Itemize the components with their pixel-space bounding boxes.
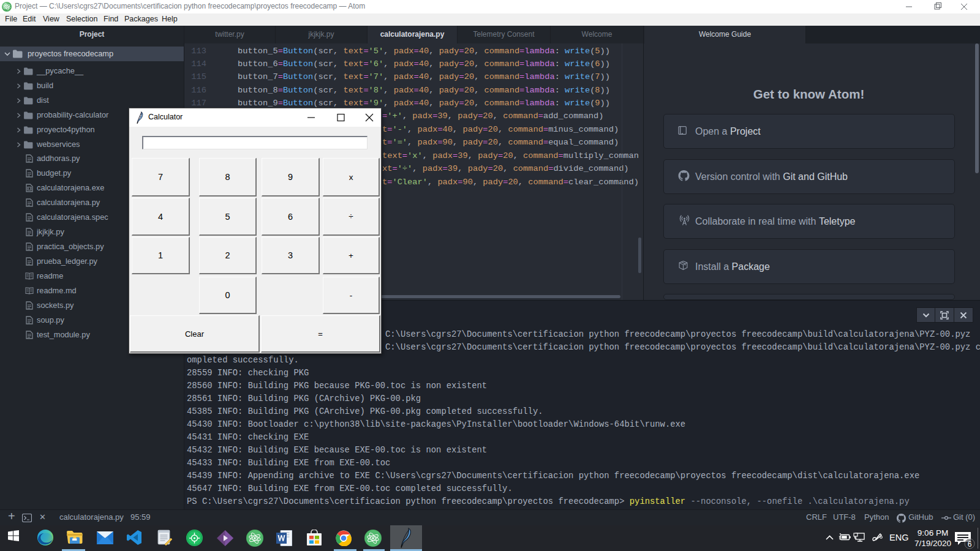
svg-text:6: 6 (968, 540, 972, 549)
